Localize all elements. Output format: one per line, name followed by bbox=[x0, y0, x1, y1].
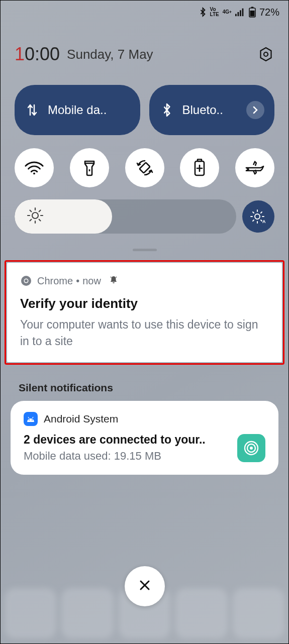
svg-marker-7 bbox=[261, 48, 271, 61]
notification-header: Android System bbox=[24, 412, 265, 426]
svg-rect-0 bbox=[235, 14, 237, 17]
svg-line-29 bbox=[261, 220, 262, 221]
qs-flashlight-button[interactable] bbox=[70, 148, 109, 187]
notification-app-name: Android System bbox=[44, 413, 118, 425]
close-icon bbox=[138, 578, 152, 594]
highlight-box: Chrome • now Verify your identity Your c… bbox=[5, 260, 284, 365]
qs-tile-label: Mobile da.. bbox=[48, 103, 130, 117]
qs-tile-label: Blueto.. bbox=[182, 103, 239, 117]
notification-body: Mobile data used: 19.15 MB bbox=[24, 450, 230, 463]
svg-rect-5 bbox=[251, 7, 253, 9]
svg-line-38 bbox=[28, 417, 29, 418]
signal-icon bbox=[235, 8, 245, 17]
notification-title: 2 devices are connected to your.. bbox=[24, 433, 230, 447]
silent-notifications-label: Silent notifications bbox=[1, 365, 288, 401]
svg-line-22 bbox=[39, 210, 41, 212]
svg-rect-2 bbox=[240, 10, 241, 16]
svg-point-23 bbox=[255, 214, 260, 219]
svg-rect-3 bbox=[242, 9, 244, 16]
mobile-data-icon bbox=[25, 103, 40, 117]
svg-point-37 bbox=[32, 419, 33, 420]
svg-line-39 bbox=[33, 417, 34, 418]
notification-title: Verify your identity bbox=[20, 296, 269, 311]
auto-brightness-button[interactable]: A bbox=[242, 200, 274, 233]
svg-line-31 bbox=[261, 212, 262, 213]
svg-line-21 bbox=[30, 220, 32, 221]
clock-time: 10:00 bbox=[15, 44, 60, 65]
qs-auto-rotate-button[interactable] bbox=[125, 148, 164, 187]
svg-point-8 bbox=[264, 52, 268, 56]
svg-rect-1 bbox=[238, 12, 239, 16]
svg-text:A: A bbox=[262, 219, 266, 224]
svg-point-14 bbox=[32, 212, 38, 219]
notification-body: Your computer wants to use this device t… bbox=[20, 316, 269, 349]
qs-wifi-button[interactable] bbox=[15, 148, 54, 187]
svg-line-20 bbox=[39, 220, 41, 221]
svg-rect-13 bbox=[198, 159, 202, 161]
android-icon bbox=[24, 412, 38, 426]
volte-icon: VoLTE bbox=[210, 7, 219, 17]
brightness-row: A bbox=[1, 192, 288, 239]
svg-point-40 bbox=[250, 447, 253, 450]
bluetooth-icon bbox=[159, 103, 174, 117]
battery-icon bbox=[249, 7, 256, 18]
svg-point-36 bbox=[29, 419, 30, 420]
settings-icon[interactable] bbox=[257, 46, 274, 63]
bluetooth-icon bbox=[199, 7, 207, 17]
svg-point-9 bbox=[33, 173, 35, 175]
network-4g-icon: 4G+ bbox=[223, 10, 232, 15]
qs-airplane-button[interactable] bbox=[235, 148, 274, 187]
qs-circles-row bbox=[1, 141, 288, 192]
brightness-slider[interactable] bbox=[15, 199, 236, 234]
qs-mobile-data-tile[interactable]: Mobile da.. bbox=[15, 85, 140, 135]
qs-bluetooth-tile[interactable]: Blueto.. bbox=[149, 85, 275, 135]
hotspot-icon bbox=[237, 434, 265, 462]
notification-app-name: Chrome bbox=[37, 275, 73, 287]
svg-line-30 bbox=[253, 220, 254, 221]
status-bar: VoLTE 4G+ 72% bbox=[1, 1, 288, 24]
sun-icon bbox=[27, 207, 44, 226]
svg-rect-11 bbox=[139, 162, 150, 173]
notification-time: now bbox=[82, 275, 101, 287]
svg-point-35 bbox=[25, 279, 28, 282]
clock-row: 10:00 Sunday, 7 May bbox=[1, 24, 288, 74]
notification-header: Chrome • now bbox=[20, 275, 269, 287]
svg-rect-6 bbox=[250, 11, 254, 17]
drag-handle[interactable] bbox=[133, 249, 157, 251]
qs-pills-row: Mobile da.. Blueto.. bbox=[1, 74, 288, 141]
svg-line-19 bbox=[30, 210, 32, 212]
clear-all-button[interactable] bbox=[125, 566, 165, 606]
chevron-right-icon[interactable] bbox=[246, 101, 264, 119]
clock-date: Sunday, 7 May bbox=[67, 47, 257, 62]
svg-line-28 bbox=[253, 212, 254, 213]
notification-chrome[interactable]: Chrome • now Verify your identity Your c… bbox=[7, 263, 282, 362]
bell-icon bbox=[109, 275, 118, 287]
chrome-icon bbox=[20, 275, 32, 287]
qs-battery-saver-button[interactable] bbox=[180, 148, 219, 187]
battery-percentage: 72% bbox=[259, 7, 279, 18]
notification-android-system[interactable]: Android System 2 devices are connected t… bbox=[11, 401, 278, 475]
